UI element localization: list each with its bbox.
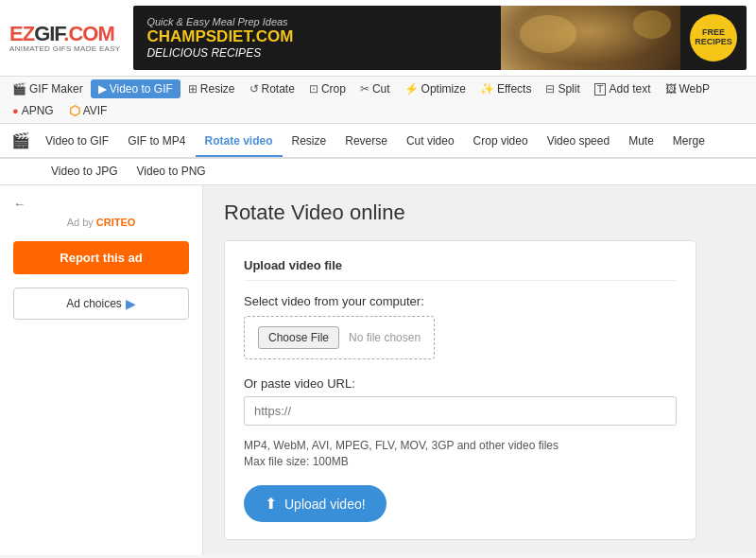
crop-icon: ⊡	[309, 82, 318, 96]
nav-effects-label: Effects	[497, 82, 531, 96]
resize-icon: ⊞	[188, 82, 198, 96]
subnav-resize[interactable]: Resize	[283, 127, 336, 157]
upload-box: Upload video file Select video from your…	[224, 240, 696, 540]
nav-item-apng[interactable]: ● APNG	[6, 101, 60, 120]
nav-item-rotate[interactable]: ↺ Rotate	[243, 79, 301, 98]
ad-by-text: Ad by	[67, 217, 96, 228]
nav-bar: 🎬 GIF Maker ▶ Video to GIF ⊞ Resize ↺ Ro…	[0, 77, 756, 124]
nav-item-crop[interactable]: ⊡ Crop	[302, 79, 352, 98]
logo: EZGIF.COM ANIMATED GIFS MADE EASY	[9, 24, 120, 53]
file-types-text: MP4, WebM, AVI, MPEG, FLV, MOV, 3GP and …	[244, 439, 677, 452]
nav-cut-label: Cut	[372, 82, 390, 96]
sidebar: ← Ad by CRITEO Report this ad Ad choices…	[0, 185, 203, 555]
banner-line3: DELICIOUS RECIPES	[146, 46, 488, 60]
nav-rotate-label: Rotate	[262, 82, 295, 96]
nav-webp-label: WebP	[679, 82, 710, 96]
nav-crop-label: Crop	[321, 82, 346, 96]
banner-food-image	[501, 6, 680, 70]
optimize-icon: ⚡	[404, 82, 419, 96]
video-subnav-icon: 🎬	[6, 124, 36, 157]
choose-file-button[interactable]: Choose File	[258, 326, 339, 349]
nav-item-cut[interactable]: ✂ Cut	[353, 79, 397, 98]
subnav-rotate-video[interactable]: Rotate video	[196, 127, 283, 157]
apng-icon: ●	[12, 105, 19, 116]
gif-maker-icon: 🎬	[12, 82, 26, 96]
upload-icon: ⬆	[265, 495, 277, 513]
upload-btn-label: Upload video!	[284, 497, 366, 512]
content-area: Rotate Video online Upload video file Se…	[203, 185, 756, 555]
sub-nav: 🎬 Video to GIF GIF to MP4 Rotate video R…	[0, 124, 756, 159]
ad-brand: CRITEO	[96, 217, 136, 228]
page-title: Rotate Video online	[224, 201, 735, 225]
no-file-text: No file chosen	[349, 331, 421, 344]
nav-item-avif[interactable]: ⬡ AVIF	[62, 101, 114, 120]
select-computer-label: Select video from your computer:	[244, 294, 677, 308]
nav-gif-maker-label: GIF Maker	[29, 82, 83, 96]
nav-item-effects[interactable]: ✨ Effects	[473, 79, 538, 98]
nav-item-webp[interactable]: 🖼 WebP	[659, 79, 716, 98]
banner-line2: CHAMPSDIET.COM	[146, 27, 488, 46]
sub-nav-row2: Video to JPG Video to PNG	[0, 159, 756, 185]
sidebar-back[interactable]: ←	[13, 197, 189, 211]
nav-item-gif-maker[interactable]: 🎬 GIF Maker	[6, 79, 90, 98]
subnav-mute[interactable]: Mute	[619, 127, 663, 157]
nav-avif-label: AVIF	[83, 104, 108, 117]
banner-badge: FREE RECIPES	[690, 14, 737, 61]
webp-icon: 🖼	[665, 82, 677, 96]
effects-icon: ✨	[480, 82, 494, 96]
subnav-video-to-png[interactable]: Video to PNG	[128, 159, 215, 185]
ad-label: Ad by CRITEO	[13, 217, 189, 228]
ad-choices-button[interactable]: Ad choices ▶	[13, 288, 189, 320]
nav-apng-label: APNG	[22, 104, 54, 117]
nav-split-label: Split	[558, 82, 579, 96]
ad-choices-arrow-icon: ▶	[126, 296, 136, 311]
ad-choices-label: Ad choices	[66, 297, 122, 310]
logo-main: EZGIF.COM	[9, 24, 120, 44]
max-size-text: Max file size: 100MB	[244, 455, 677, 468]
banner: Quick & Easy Meal Prep Ideas CHAMPSDIET.…	[133, 6, 747, 70]
avif-icon: ⬡	[69, 103, 80, 118]
subnav-merge[interactable]: Merge	[663, 127, 714, 157]
video-to-gif-icon: ▶	[98, 82, 107, 96]
nav-item-resize[interactable]: ⊞ Resize	[181, 79, 242, 98]
header: EZGIF.COM ANIMATED GIFS MADE EASY Quick …	[0, 0, 756, 77]
file-input-wrapper: Choose File No file chosen	[244, 316, 435, 359]
badge-line2: RECIPES	[695, 38, 732, 47]
cut-icon: ✂	[360, 82, 369, 96]
nav-optimize-label: Optimize	[421, 82, 466, 96]
nav-resize-label: Resize	[200, 82, 235, 96]
subnav-video-to-jpg[interactable]: Video to JPG	[42, 159, 128, 185]
add-text-icon: T	[594, 83, 607, 96]
nav-video-gif-label: Video to GIF	[110, 82, 173, 96]
upload-section-label: Upload video file	[244, 258, 677, 281]
banner-line1: Quick & Easy Meal Prep Ideas	[146, 16, 488, 27]
url-label: Or paste video URL:	[244, 376, 677, 391]
split-icon: ⊟	[545, 82, 555, 96]
logo-subtitle: ANIMATED GIFS MADE EASY	[9, 44, 120, 53]
nav-item-split[interactable]: ⊟ Split	[539, 79, 586, 98]
subnav-gif-to-mp4[interactable]: GIF to MP4	[118, 127, 195, 157]
upload-button[interactable]: ⬆ Upload video!	[244, 485, 387, 522]
subnav-reverse[interactable]: Reverse	[335, 127, 397, 157]
subnav-video-to-gif[interactable]: Video to GIF	[36, 127, 118, 157]
subnav-video-speed[interactable]: Video speed	[538, 127, 620, 157]
url-input[interactable]	[244, 396, 677, 426]
report-ad-button[interactable]: Report this ad	[13, 241, 189, 274]
nav-item-add-text[interactable]: T Add text	[588, 79, 658, 98]
main-wrapper: ← Ad by CRITEO Report this ad Ad choices…	[0, 185, 756, 555]
banner-text: Quick & Easy Meal Prep Ideas CHAMPSDIET.…	[133, 9, 501, 67]
subnav-crop-video[interactable]: Crop video	[464, 127, 538, 157]
nav-item-optimize[interactable]: ⚡ Optimize	[398, 79, 472, 98]
nav-item-video-to-gif[interactable]: ▶ Video to GIF	[91, 79, 180, 98]
subnav-cut-video[interactable]: Cut video	[397, 127, 464, 157]
nav-add-text-label: Add text	[609, 82, 650, 96]
rotate-icon: ↺	[249, 82, 259, 96]
